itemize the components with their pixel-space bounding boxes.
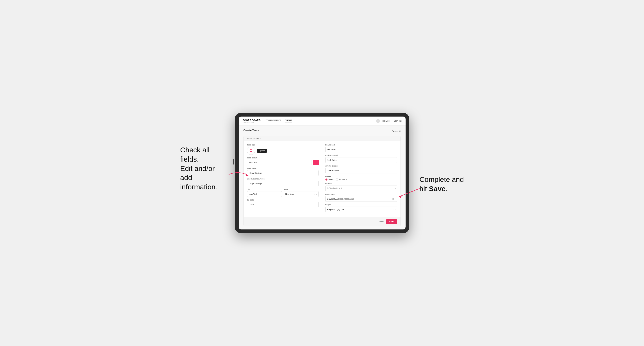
zip-code-input[interactable]: [247, 202, 319, 207]
state-controls: ✕ ▾: [314, 193, 317, 195]
gender-womens-radio[interactable]: [336, 178, 338, 181]
display-name-group: Display name (unique): [247, 178, 319, 186]
state-chevron-icon[interactable]: ▾: [316, 193, 317, 195]
athletic-director-input[interactable]: [325, 168, 397, 173]
team-colour-group: Team colour: [247, 157, 319, 165]
brand: SCOREBOARD Powered by clippd: [243, 119, 261, 123]
form-left: Team logo C Upload Team colo: [244, 141, 322, 217]
gender-group: Gender Mens Womens: [325, 175, 397, 181]
state-select[interactable]: New York ✕ ▾: [284, 191, 319, 197]
division-select[interactable]: NCAA Division III: [325, 185, 397, 191]
region-value: Region II - (M) DIII: [327, 208, 344, 211]
form-card: TEAM DETAILS Team logo C: [244, 136, 401, 226]
head-coach-input[interactable]: [325, 147, 397, 152]
division-label: Division: [325, 183, 397, 185]
head-coach-label: Head Coach: [325, 144, 397, 146]
zip-code-label: Zip code: [247, 199, 319, 201]
nav-links: TOURNAMENTS TEAMS: [266, 119, 292, 122]
team-logo-group: Team logo C Upload: [247, 144, 319, 155]
nav-bar: SCOREBOARD Powered by clippd TOURNAMENTS…: [239, 117, 406, 126]
upload-button[interactable]: Upload: [257, 149, 267, 153]
color-swatch[interactable]: [313, 160, 319, 165]
logo-area: C Upload: [247, 147, 319, 155]
annotation-right-line2-bold: Save: [429, 185, 446, 193]
assistant-coach-group: Assistant Coach: [325, 154, 397, 163]
form-footer: Cancel Save: [244, 217, 400, 226]
main-content: Create Team Cancel ✕ TEAM DETAILS: [239, 126, 406, 229]
nav-separator: |: [392, 120, 392, 122]
annotation-line1: Check all fields.: [180, 146, 210, 163]
cancel-top-button[interactable]: Cancel ✕: [392, 130, 400, 132]
conference-value: University Athletic Association: [327, 198, 354, 200]
form-body: Team logo C Upload Team colo: [244, 141, 400, 217]
form-right: Head Coach Assistant Coach Athletic Dire…: [322, 141, 400, 217]
region-label: Region: [325, 204, 397, 206]
tablet-device: SCOREBOARD Powered by clippd TOURNAMENTS…: [235, 113, 409, 233]
state-clear-icon[interactable]: ✕: [314, 193, 315, 195]
team-colour-input[interactable]: [247, 160, 312, 165]
cancel-button[interactable]: Cancel: [378, 220, 384, 223]
region-controls: ✕ ▾: [392, 208, 396, 211]
annotation-right-line2-end: .: [446, 185, 448, 193]
head-coach-group: Head Coach: [325, 144, 397, 152]
city-state-group: City State New York ✕ ▾: [247, 188, 319, 197]
sign-out-link[interactable]: Sign out: [394, 120, 402, 122]
assistant-coach-input[interactable]: [325, 157, 397, 163]
gender-mens-radio[interactable]: [325, 178, 328, 181]
region-group: Region Region II - (M) DIII ✕ ▾: [325, 204, 397, 212]
gender-label: Gender: [325, 175, 397, 177]
team-name-group: Team name: [247, 167, 319, 176]
zip-code-group: Zip code: [247, 199, 319, 207]
nav-link-teams[interactable]: TEAMS: [285, 119, 292, 122]
svg-marker-0: [246, 173, 248, 176]
conference-controls: ✕ ▾: [392, 198, 396, 200]
division-select-wrapper: NCAA Division III ▾: [325, 185, 397, 191]
region-select[interactable]: Region II - (M) DIII ✕ ▾: [325, 207, 397, 212]
conference-select[interactable]: University Athletic Association ✕ ▾: [325, 196, 397, 202]
athletic-director-group: Athletic Director: [325, 165, 397, 173]
display-name-input[interactable]: [247, 181, 319, 186]
nav-right: Test User | Sign out: [376, 119, 402, 123]
team-name-input[interactable]: [247, 170, 319, 176]
page-header-row: Create Team Cancel ✕: [244, 129, 401, 134]
page-title: Create Team: [244, 129, 259, 132]
gender-womens-label: Womens: [339, 178, 347, 181]
state-label: State: [284, 188, 319, 190]
left-arrow-svg: [227, 169, 251, 179]
cancel-label: Cancel: [392, 130, 398, 132]
tablet-screen: SCOREBOARD Powered by clippd TOURNAMENTS…: [239, 117, 406, 229]
brand-title: SCOREBOARD: [243, 119, 261, 121]
team-name-label: Team name: [247, 167, 319, 169]
annotation-line2: Edit and/or add: [180, 164, 215, 181]
color-field-wrapper: [247, 160, 319, 165]
display-name-label: Display name (unique): [247, 178, 319, 180]
region-chevron-icon[interactable]: ▾: [394, 209, 396, 210]
page-wrapper: Check all fields. Edit and/or add inform…: [180, 113, 464, 233]
gender-mens-option[interactable]: Mens: [325, 178, 334, 181]
annotation-right-line1: Complete and: [419, 175, 464, 183]
conference-chevron-icon[interactable]: ▾: [394, 198, 396, 200]
conference-label: Conference: [325, 193, 397, 195]
user-name: Test User: [382, 120, 390, 122]
nav-link-tournaments[interactable]: TOURNAMENTS: [266, 119, 281, 122]
save-button[interactable]: Save: [386, 219, 397, 224]
tablet-side-button: [233, 159, 234, 165]
gender-womens-option[interactable]: Womens: [336, 178, 347, 181]
section-header: TEAM DETAILS: [244, 136, 400, 141]
conference-clear-icon[interactable]: ✕: [392, 198, 394, 200]
city-input[interactable]: [247, 191, 282, 197]
athletic-director-label: Athletic Director: [325, 165, 397, 167]
region-clear-icon[interactable]: ✕: [392, 208, 394, 211]
logo-circle: C: [247, 147, 255, 155]
right-arrow-svg: [397, 186, 421, 199]
cancel-icon: ✕: [399, 130, 401, 132]
gender-mens-label: Mens: [328, 178, 334, 181]
assistant-coach-label: Assistant Coach: [325, 154, 397, 157]
state-value: New York: [286, 193, 294, 195]
logo-letter: C: [250, 149, 252, 153]
annotation-left: Check all fields. Edit and/or add inform…: [180, 145, 225, 192]
state-group: State New York ✕ ▾: [284, 188, 319, 197]
annotation-right: Complete and hit Save.: [419, 175, 464, 193]
user-avatar: [376, 119, 380, 123]
svg-marker-1: [399, 195, 402, 198]
